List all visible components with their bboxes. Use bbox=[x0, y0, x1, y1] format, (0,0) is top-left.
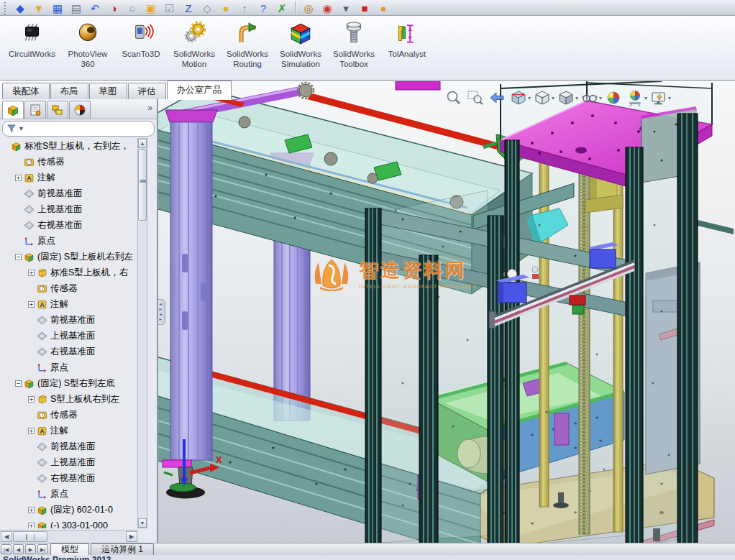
mate-icon[interactable]: ◇ bbox=[198, 1, 216, 15]
dropdown-caret-icon[interactable]: ▾ bbox=[528, 95, 531, 101]
tab-模型[interactable]: 模型 bbox=[50, 543, 89, 555]
tree-item[interactable]: 传感器 bbox=[0, 407, 138, 423]
scroll-up-icon[interactable]: ▲ bbox=[138, 139, 147, 148]
edit-appearance-icon[interactable] bbox=[604, 88, 623, 107]
tree-item[interactable]: −(固定) S型上板机右到左 bbox=[0, 249, 138, 265]
configuration-manager-tab[interactable] bbox=[47, 101, 68, 119]
last-tab-button[interactable]: ▶| bbox=[37, 544, 48, 554]
scrollbar-thumb[interactable] bbox=[138, 149, 147, 221]
hide-show-items-icon[interactable] bbox=[580, 88, 599, 107]
save-icon[interactable]: ▦ bbox=[48, 1, 67, 15]
tree-item[interactable]: 前视基准面 bbox=[0, 185, 138, 201]
assembly-3d-model[interactable]: X bbox=[158, 81, 735, 543]
dropdown-caret-icon[interactable]: ▾ bbox=[552, 95, 554, 101]
tree-item[interactable]: +(固定) 602-01-0 bbox=[0, 502, 138, 518]
tree-item[interactable]: 传感器 bbox=[0, 280, 138, 296]
verification-icon[interactable]: ✗ bbox=[273, 1, 291, 15]
tree-horizontal-scrollbar[interactable]: ◀ ▶ bbox=[0, 530, 138, 543]
scroll-left-icon[interactable]: ◀ bbox=[1, 531, 12, 542]
display-manager-tab[interactable] bbox=[69, 101, 91, 119]
tree-item[interactable]: 原点 bbox=[0, 233, 138, 249]
expand-icon[interactable]: + bbox=[28, 270, 35, 276]
circuitworks-button[interactable]: CircuitWorks bbox=[3, 18, 61, 78]
tab-评估[interactable]: 评估 bbox=[128, 83, 166, 99]
property-manager-tab[interactable] bbox=[24, 101, 46, 119]
sketch-icon[interactable]: Z bbox=[179, 1, 198, 15]
next-tab-button[interactable]: ▶ bbox=[25, 544, 36, 554]
filter-caret-icon[interactable]: ▼ bbox=[18, 125, 24, 132]
routing-button[interactable]: SolidWorksRouting bbox=[221, 18, 274, 78]
tree-item[interactable]: 原点 bbox=[0, 359, 138, 375]
simulation-button[interactable]: SolidWorksSimulation bbox=[274, 18, 327, 78]
tree-item[interactable]: 原点 bbox=[0, 486, 138, 502]
tab-布局[interactable]: 布局 bbox=[50, 83, 88, 99]
print-icon[interactable]: ▤ bbox=[67, 1, 86, 15]
tree-filter-input[interactable]: ▼ bbox=[2, 121, 155, 137]
feature-manager-tab[interactable] bbox=[2, 101, 24, 119]
tree-item[interactable]: 传感器 bbox=[0, 154, 138, 170]
tree-item[interactable]: 右视基准面 bbox=[0, 217, 138, 233]
expand-icon[interactable]: + bbox=[28, 523, 35, 529]
tree-item[interactable]: 上视基准面 bbox=[0, 454, 138, 470]
tree-item[interactable]: +A注解 bbox=[0, 170, 138, 185]
tolanalyst-button[interactable]: TolAnalyst bbox=[380, 18, 434, 78]
open-document-icon[interactable]: ▼ bbox=[29, 1, 48, 15]
motion-button[interactable]: SolidWorksMotion bbox=[168, 18, 221, 78]
expand-icon[interactable]: + bbox=[28, 428, 35, 434]
collapse-icon[interactable]: − bbox=[15, 380, 22, 387]
tree-item[interactable]: −(固定) S型右到左底 bbox=[0, 375, 138, 391]
dropdown-caret-icon[interactable]: ▾ bbox=[599, 95, 602, 101]
check-document-icon[interactable]: ☑ bbox=[160, 1, 179, 15]
collapse-icon[interactable]: − bbox=[15, 254, 22, 260]
tree-item[interactable]: +S型上板机右到左 bbox=[0, 391, 138, 407]
options-icon[interactable]: ○ bbox=[123, 1, 142, 15]
tree-item[interactable]: 右视基准面 bbox=[0, 344, 138, 359]
scroll-down-icon[interactable]: ▼ bbox=[138, 518, 147, 528]
tree-vertical-scrollbar[interactable]: ▲ ▼ bbox=[137, 138, 147, 528]
tab-草图[interactable]: 草图 bbox=[89, 83, 127, 99]
document-properties-icon[interactable]: ? bbox=[254, 1, 273, 15]
toolbox-button[interactable]: SolidWorksToolbox bbox=[327, 18, 380, 78]
hscrollbar-thumb[interactable] bbox=[13, 531, 47, 542]
select-filter-icon[interactable]: ▣ bbox=[142, 1, 160, 15]
tree-item[interactable]: +A注解 bbox=[0, 423, 138, 439]
scanto3d-button[interactable]: ScanTo3D bbox=[114, 18, 168, 78]
photoview-button[interactable]: PhotoView360 bbox=[61, 18, 114, 78]
expand-icon[interactable]: + bbox=[28, 301, 35, 308]
tree-item[interactable]: 上视基准面 bbox=[0, 328, 138, 344]
expand-icon[interactable]: + bbox=[28, 396, 35, 403]
section-view-icon[interactable] bbox=[509, 88, 528, 107]
tab-装配体[interactable]: 装配体 bbox=[2, 83, 50, 99]
stop-record-icon[interactable]: ■ bbox=[355, 1, 374, 15]
first-tab-button[interactable]: |◀ bbox=[1, 544, 12, 554]
new-document-icon[interactable]: ◆ bbox=[11, 1, 29, 15]
undo-icon[interactable]: ↶ bbox=[86, 1, 104, 15]
tab-运动算例 1[interactable]: 运动算例 1 bbox=[91, 543, 154, 555]
view-orientation-icon[interactable] bbox=[533, 88, 552, 107]
dropdown-caret-icon[interactable]: ▾ bbox=[575, 95, 578, 101]
dropdown-caret-icon[interactable]: ▾ bbox=[644, 95, 647, 101]
tree-item[interactable]: 右视基准面 bbox=[0, 470, 138, 486]
tab-办公室产品[interactable]: 办公室产品 bbox=[167, 81, 232, 99]
tree-item[interactable]: 标准S型上板机，右到左， bbox=[0, 138, 138, 154]
tree-item[interactable]: 上视基准面 bbox=[0, 201, 138, 217]
panel-collapse-handle[interactable]: ◂▸◂▸ bbox=[158, 299, 165, 325]
dropdown-caret-icon[interactable]: ▾ bbox=[668, 95, 671, 101]
tree-item[interactable]: 前视基准面 bbox=[0, 439, 138, 454]
motion-manager-icon[interactable]: ● bbox=[374, 1, 393, 15]
edit-appearance-icon[interactable]: ● bbox=[216, 1, 235, 15]
panel-overflow-chevron[interactable]: » bbox=[147, 103, 152, 113]
graphics-area[interactable]: X ▾▾▾▾▾▾ 智造资料网 INTELLIGENT MANUFACTURING… bbox=[158, 81, 735, 543]
view-settings-icon[interactable] bbox=[649, 88, 668, 107]
previous-tab-button[interactable]: ◀ bbox=[13, 544, 24, 554]
search-icon[interactable]: ◎ bbox=[299, 1, 318, 15]
rebuild-icon[interactable]: ◑ bbox=[104, 1, 123, 15]
tree-item[interactable]: 前视基准面 bbox=[0, 312, 138, 328]
display-style-icon[interactable] bbox=[557, 88, 575, 107]
tree-item[interactable]: +标准S型上板机，右 bbox=[0, 265, 138, 280]
expand-icon[interactable]: + bbox=[28, 507, 35, 513]
toolbar-grip[interactable] bbox=[4, 2, 8, 15]
tree-item[interactable]: +(-) 303-01-000 bbox=[0, 518, 138, 528]
expand-more-icon[interactable]: ▾ bbox=[337, 1, 355, 15]
visibility-icon[interactable]: ◉ bbox=[318, 1, 337, 15]
